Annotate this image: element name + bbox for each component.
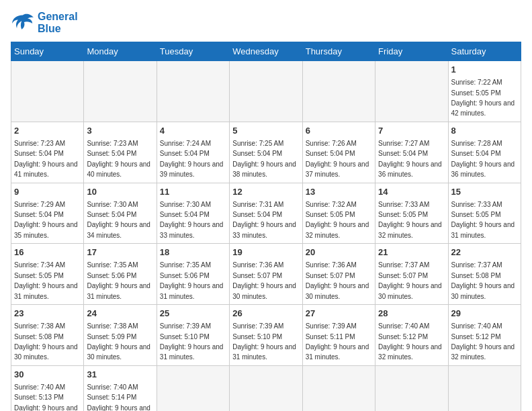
day-info: Sunrise: 7:35 AMSunset: 5:06 PMDaylight:…: [160, 261, 224, 300]
day-number: 22: [451, 246, 518, 259]
day-7: 7 Sunrise: 7:27 AMSunset: 5:04 PMDayligh…: [375, 122, 448, 183]
day-3: 3 Sunrise: 7:23 AMSunset: 5:04 PMDayligh…: [84, 122, 157, 183]
weekday-header-friday: Friday: [375, 42, 448, 61]
day-info: Sunrise: 7:22 AMSunset: 5:05 PMDaylight:…: [451, 79, 515, 117]
day-number: 13: [306, 186, 372, 198]
day-info: Sunrise: 7:28 AMSunset: 5:04 PMDaylight:…: [451, 140, 515, 178]
day-info: Sunrise: 7:23 AMSunset: 5:04 PMDaylight:…: [87, 140, 150, 178]
day-25: 25 Sunrise: 7:39 AMSunset: 5:10 PMDaylig…: [157, 305, 229, 366]
day-4: 4 Sunrise: 7:24 AMSunset: 5:04 PMDayligh…: [157, 122, 229, 183]
day-info: Sunrise: 7:39 AMSunset: 5:11 PMDaylight:…: [306, 322, 369, 361]
empty-day: [302, 61, 375, 122]
day-24: 24 Sunrise: 7:38 AMSunset: 5:09 PMDaylig…: [84, 305, 157, 366]
day-number: 19: [232, 246, 299, 259]
day-number: 23: [14, 308, 81, 320]
day-23: 23 Sunrise: 7:38 AMSunset: 5:08 PMDaylig…: [11, 305, 84, 366]
day-number: 5: [232, 125, 299, 137]
weekday-header-saturday: Saturday: [448, 42, 521, 61]
empty-day: [302, 365, 375, 411]
empty-day: [230, 365, 302, 411]
day-13: 13 Sunrise: 7:32 AMSunset: 5:05 PMDaylig…: [302, 183, 375, 244]
day-number: 26: [232, 308, 299, 320]
day-info: Sunrise: 7:23 AMSunset: 5:04 PMDaylight:…: [14, 140, 78, 178]
logo-icon: [11, 13, 35, 33]
day-number: 10: [87, 186, 153, 198]
day-info: Sunrise: 7:37 AMSunset: 5:07 PMDaylight:…: [378, 261, 442, 300]
logo-text: General Blue: [38, 11, 78, 35]
weekday-header-sunday: Sunday: [11, 42, 84, 61]
day-info: Sunrise: 7:38 AMSunset: 5:09 PMDaylight:…: [87, 322, 150, 361]
weekday-header-thursday: Thursday: [302, 42, 375, 61]
day-info: Sunrise: 7:39 AMSunset: 5:10 PMDaylight:…: [160, 322, 224, 361]
day-number: 29: [451, 308, 518, 320]
day-14: 14 Sunrise: 7:33 AMSunset: 5:05 PMDaylig…: [375, 183, 448, 244]
day-info: Sunrise: 7:29 AMSunset: 5:04 PMDaylight:…: [14, 201, 78, 239]
day-number: 6: [306, 125, 372, 137]
empty-day: [157, 61, 229, 122]
day-number: 17: [87, 246, 153, 259]
empty-day: [157, 365, 229, 411]
day-info: Sunrise: 7:40 AMSunset: 5:14 PMDaylight:…: [87, 383, 150, 411]
day-number: 1: [451, 64, 518, 76]
weekday-header-monday: Monday: [84, 42, 157, 61]
calendar-table: SundayMondayTuesdayWednesdayThursdayFrid…: [11, 42, 521, 411]
day-8: 8 Sunrise: 7:28 AMSunset: 5:04 PMDayligh…: [448, 122, 521, 183]
day-number: 2: [14, 125, 81, 137]
day-21: 21 Sunrise: 7:37 AMSunset: 5:07 PMDaylig…: [375, 244, 448, 305]
day-number: 25: [160, 308, 226, 320]
day-22: 22 Sunrise: 7:37 AMSunset: 5:08 PMDaylig…: [448, 244, 521, 305]
day-number: 18: [160, 246, 226, 259]
day-info: Sunrise: 7:30 AMSunset: 5:04 PMDaylight:…: [160, 201, 224, 239]
day-number: 15: [451, 186, 518, 198]
day-info: Sunrise: 7:40 AMSunset: 5:12 PMDaylight:…: [378, 322, 442, 361]
day-info: Sunrise: 7:24 AMSunset: 5:04 PMDaylight:…: [160, 140, 224, 178]
weekday-header-tuesday: Tuesday: [157, 42, 229, 61]
day-15: 15 Sunrise: 7:33 AMSunset: 5:05 PMDaylig…: [448, 183, 521, 244]
day-number: 30: [14, 369, 81, 381]
day-info: Sunrise: 7:32 AMSunset: 5:05 PMDaylight:…: [306, 201, 369, 239]
day-10: 10 Sunrise: 7:30 AMSunset: 5:04 PMDaylig…: [84, 183, 157, 244]
day-info: Sunrise: 7:33 AMSunset: 5:05 PMDaylight:…: [378, 201, 442, 239]
day-number: 28: [378, 308, 445, 320]
day-info: Sunrise: 7:33 AMSunset: 5:05 PMDaylight:…: [451, 201, 515, 239]
day-20: 20 Sunrise: 7:36 AMSunset: 5:07 PMDaylig…: [302, 244, 375, 305]
day-info: Sunrise: 7:27 AMSunset: 5:04 PMDaylight:…: [378, 140, 442, 178]
day-31: 31 Sunrise: 7:40 AMSunset: 5:14 PMDaylig…: [84, 365, 157, 411]
day-2: 2 Sunrise: 7:23 AMSunset: 5:04 PMDayligh…: [11, 122, 84, 183]
day-info: Sunrise: 7:36 AMSunset: 5:07 PMDaylight:…: [306, 261, 369, 300]
day-info: Sunrise: 7:39 AMSunset: 5:10 PMDaylight:…: [232, 322, 296, 361]
day-number: 9: [14, 186, 81, 198]
day-18: 18 Sunrise: 7:35 AMSunset: 5:06 PMDaylig…: [157, 244, 229, 305]
day-27: 27 Sunrise: 7:39 AMSunset: 5:11 PMDaylig…: [302, 305, 375, 366]
logo: General Blue: [11, 11, 78, 35]
day-11: 11 Sunrise: 7:30 AMSunset: 5:04 PMDaylig…: [157, 183, 229, 244]
day-19: 19 Sunrise: 7:36 AMSunset: 5:07 PMDaylig…: [230, 244, 302, 305]
day-info: Sunrise: 7:31 AMSunset: 5:04 PMDaylight:…: [232, 201, 296, 239]
day-info: Sunrise: 7:26 AMSunset: 5:04 PMDaylight:…: [306, 140, 369, 178]
day-number: 11: [160, 186, 226, 198]
day-number: 31: [87, 369, 153, 381]
day-30: 30 Sunrise: 7:40 AMSunset: 5:13 PMDaylig…: [11, 365, 84, 411]
day-16: 16 Sunrise: 7:34 AMSunset: 5:05 PMDaylig…: [11, 244, 84, 305]
day-info: Sunrise: 7:40 AMSunset: 5:12 PMDaylight:…: [451, 322, 515, 361]
empty-day: [448, 365, 521, 411]
empty-day: [84, 61, 157, 122]
day-number: 4: [160, 125, 226, 137]
empty-day: [11, 61, 84, 122]
day-info: Sunrise: 7:37 AMSunset: 5:08 PMDaylight:…: [451, 261, 515, 300]
day-number: 27: [306, 308, 372, 320]
weekday-header-wednesday: Wednesday: [230, 42, 302, 61]
page-header: General Blue: [11, 11, 521, 35]
empty-day: [375, 61, 448, 122]
day-number: 24: [87, 308, 153, 320]
day-6: 6 Sunrise: 7:26 AMSunset: 5:04 PMDayligh…: [302, 122, 375, 183]
day-26: 26 Sunrise: 7:39 AMSunset: 5:10 PMDaylig…: [230, 305, 302, 366]
day-info: Sunrise: 7:25 AMSunset: 5:04 PMDaylight:…: [232, 140, 296, 178]
day-17: 17 Sunrise: 7:35 AMSunset: 5:06 PMDaylig…: [84, 244, 157, 305]
day-12: 12 Sunrise: 7:31 AMSunset: 5:04 PMDaylig…: [230, 183, 302, 244]
day-info: Sunrise: 7:36 AMSunset: 5:07 PMDaylight:…: [232, 261, 296, 300]
day-info: Sunrise: 7:35 AMSunset: 5:06 PMDaylight:…: [87, 261, 150, 300]
day-info: Sunrise: 7:38 AMSunset: 5:08 PMDaylight:…: [14, 322, 78, 361]
day-9: 9 Sunrise: 7:29 AMSunset: 5:04 PMDayligh…: [11, 183, 84, 244]
day-number: 14: [378, 186, 445, 198]
